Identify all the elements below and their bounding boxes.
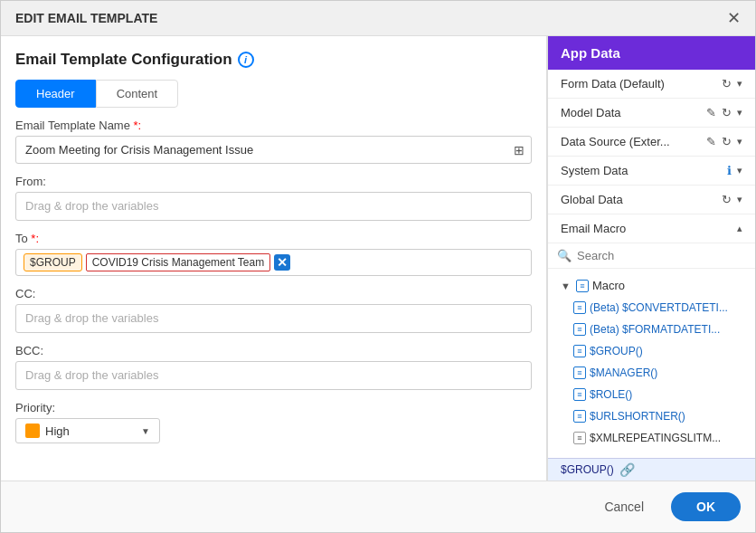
- priority-select[interactable]: High ▼: [15, 418, 160, 443]
- data-source-edit-icon[interactable]: ✎: [706, 135, 716, 148]
- model-data-edit-icon[interactable]: ✎: [706, 106, 716, 119]
- right-panel: App Data Form Data (Default) ↻ ▾ Model D…: [547, 36, 755, 481]
- model-data-chevron-icon[interactable]: ▾: [737, 107, 742, 119]
- tab-header[interactable]: Header: [15, 80, 96, 108]
- info-icon[interactable]: i: [238, 52, 254, 68]
- from-label: From:: [15, 175, 532, 188]
- modal-titlebar: EDIT EMAIL TEMPLATE ✕: [1, 1, 755, 36]
- macro-child-label-0: (Beta) $CONVERTDATETI...: [590, 301, 728, 314]
- email-macro-chevron-icon[interactable]: ▴: [737, 223, 742, 234]
- macro-child-icon-0: ≡: [573, 301, 586, 314]
- email-template-name-label: Email Template Name *:: [15, 119, 532, 132]
- global-data-chevron-icon[interactable]: ▾: [737, 194, 742, 205]
- ok-button[interactable]: OK: [671, 492, 741, 521]
- system-data-chevron-icon[interactable]: ▾: [737, 165, 742, 176]
- cc-field: CC: Drag & drop the variables: [15, 287, 532, 333]
- macro-child-5[interactable]: ≡ $URLSHORTNER(): [548, 405, 755, 427]
- bcc-field: BCC: Drag & drop the variables: [15, 344, 532, 390]
- macro-child-label-6: $XMLREPEATINGSLITM...: [590, 432, 721, 444]
- tree-expand-icon: ▼: [561, 281, 571, 291]
- bcc-label: BCC:: [15, 344, 532, 357]
- modal-body: Email Template Configuration i Header Co…: [1, 36, 755, 481]
- system-data-label: System Data: [561, 164, 722, 177]
- macro-child-label-2: $GROUP(): [590, 345, 643, 357]
- global-data-label: Global Data: [561, 193, 716, 206]
- macro-child-icon-6: ≡: [573, 432, 586, 444]
- macro-child-label-3: $MANAGER(): [590, 366, 657, 379]
- macro-child-label-5: $URLSHORTNER(): [590, 410, 685, 423]
- data-source-refresh-icon[interactable]: ↻: [722, 135, 732, 148]
- edit-email-template-modal: EDIT EMAIL TEMPLATE ✕ Email Template Con…: [0, 0, 756, 533]
- app-data-global-data[interactable]: Global Data ↻ ▾: [548, 186, 755, 214]
- link-icon[interactable]: 🔗: [619, 462, 635, 477]
- macro-child-3[interactable]: ≡ $MANAGER(): [548, 362, 755, 384]
- to-tag-text: COVID19 Crisis Management Team: [86, 253, 271, 271]
- from-field: From: Drag & drop the variables: [15, 175, 532, 221]
- macro-child-0[interactable]: ≡ (Beta) $CONVERTDATETI...: [548, 297, 755, 319]
- macro-child-4[interactable]: ≡ $ROLE(): [548, 384, 755, 405]
- from-input[interactable]: Drag & drop the variables: [15, 192, 532, 221]
- app-data-model-data[interactable]: Model Data ✎ ↻ ▾: [548, 99, 755, 128]
- bottom-bar: $GROUP() 🔗: [548, 458, 755, 481]
- modal-title: EDIT EMAIL TEMPLATE: [15, 11, 157, 25]
- macro-parent-icon: ≡: [576, 280, 589, 292]
- cc-input[interactable]: Drag & drop the variables: [15, 304, 532, 333]
- macro-child-label-4: $ROLE(): [590, 388, 632, 401]
- macro-child-2[interactable]: ≡ $GROUP(): [548, 340, 755, 362]
- form-data-chevron-icon[interactable]: ▾: [737, 78, 742, 90]
- app-data-email-macro[interactable]: Email Macro ▴: [548, 214, 755, 243]
- left-panel: Email Template Configuration i Header Co…: [1, 36, 547, 481]
- macro-child-icon-2: ≡: [573, 345, 586, 357]
- required-star: *:: [134, 119, 142, 132]
- modal-footer: Cancel OK: [1, 481, 755, 532]
- search-input[interactable]: [577, 249, 746, 262]
- macro-child-icon-5: ≡: [573, 410, 586, 423]
- to-input-container[interactable]: $GROUP COVID19 Crisis Management Team ✕: [15, 249, 532, 276]
- bottom-bar-label: $GROUP(): [561, 463, 614, 476]
- to-field: To *: $GROUP COVID19 Crisis Management T…: [15, 232, 532, 276]
- to-label: To *:: [15, 232, 532, 245]
- macro-child-icon-4: ≡: [573, 388, 586, 401]
- macro-parent-item[interactable]: ▼ ≡ Macro: [548, 274, 755, 297]
- data-source-label: Data Source (Exter...: [561, 135, 701, 148]
- macro-child-label-1: (Beta) $FORMATDATETI...: [590, 323, 720, 336]
- macro-child-6[interactable]: ≡ $XMLREPEATINGSLITM...: [548, 427, 755, 449]
- app-data-list: Form Data (Default) ↻ ▾ Model Data ✎ ↻ ▾…: [548, 70, 755, 458]
- app-data-data-source[interactable]: Data Source (Exter... ✎ ↻ ▾: [548, 128, 755, 157]
- data-source-chevron-icon[interactable]: ▾: [737, 136, 742, 148]
- cancel-button[interactable]: Cancel: [586, 492, 662, 521]
- panel-title: Email Template Configuration: [15, 51, 232, 69]
- panel-title-container: Email Template Configuration i: [15, 51, 532, 69]
- email-template-name-input[interactable]: [15, 136, 532, 164]
- to-tag-close[interactable]: ✕: [274, 254, 290, 271]
- macro-child-icon-1: ≡: [573, 323, 586, 336]
- app-data-form-data[interactable]: Form Data (Default) ↻ ▾: [548, 70, 755, 99]
- macro-tree: ▼ ≡ Macro ≡ (Beta) $CONVERTDATETI... ≡ (…: [548, 269, 755, 454]
- close-button[interactable]: ✕: [727, 8, 741, 28]
- expand-icon[interactable]: ⊞: [514, 143, 524, 157]
- macro-child-icon-3: ≡: [573, 366, 586, 379]
- priority-icon: [25, 424, 40, 438]
- priority-arrow-icon: ▼: [141, 426, 150, 436]
- system-data-info-icon[interactable]: ℹ: [727, 164, 732, 177]
- form-data-label: Form Data (Default): [561, 77, 716, 90]
- priority-label: Priority:: [15, 401, 532, 414]
- to-required-star: *:: [31, 232, 39, 245]
- email-template-name-field: Email Template Name *: ⊞: [15, 119, 532, 164]
- tab-group: Header Content: [15, 80, 532, 108]
- macro-search-box: 🔍: [548, 243, 755, 269]
- model-data-label: Model Data: [561, 106, 701, 119]
- app-data-header: App Data: [548, 36, 755, 70]
- model-data-refresh-icon[interactable]: ↻: [722, 106, 732, 119]
- tab-content[interactable]: Content: [96, 80, 179, 108]
- to-tag-group: $GROUP: [24, 253, 82, 271]
- form-data-refresh-icon[interactable]: ↻: [722, 77, 732, 90]
- priority-value: High: [45, 424, 70, 438]
- priority-field: Priority: High ▼: [15, 401, 532, 443]
- macro-child-1[interactable]: ≡ (Beta) $FORMATDATETI...: [548, 319, 755, 340]
- cc-label: CC:: [15, 287, 532, 300]
- global-data-refresh-icon[interactable]: ↻: [722, 193, 732, 206]
- email-template-name-input-wrapper: ⊞: [15, 136, 532, 164]
- bcc-input[interactable]: Drag & drop the variables: [15, 361, 532, 390]
- app-data-system-data[interactable]: System Data ℹ ▾: [548, 157, 755, 186]
